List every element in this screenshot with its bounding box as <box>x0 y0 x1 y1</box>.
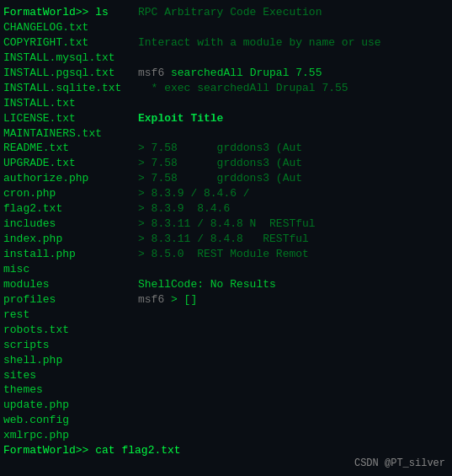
right-exploit-title: Exploit Title <box>138 111 449 126</box>
blank-1 <box>3 458 131 473</box>
file-xmlrpc: xmlrpc.php <box>3 428 131 443</box>
file-index: index.php <box>3 232 131 247</box>
right-exploit-2: > 7.58 grddons3 (Aut <box>138 156 449 171</box>
watermark: CSDN @PT_silver <box>354 457 445 469</box>
right-exploit-5: > 8.3.9 8.4.6 <box>138 201 449 217</box>
dir-sites: sites <box>3 368 131 383</box>
right-panel: RPC Arbitrary Code Execution Interact wi… <box>135 3 452 473</box>
file-webconfig: web.config <box>3 413 131 428</box>
file-install-php: install.php <box>3 247 131 262</box>
dir-rest: rest <box>3 308 131 323</box>
file-upgrade: UPGRADE.txt <box>3 156 131 171</box>
dir-misc: misc <box>3 262 131 277</box>
dir-includes: includes <box>3 217 131 232</box>
right-blank-1 <box>138 20 449 35</box>
right-exploit-6: > 8.3.11 / 8.4.8 N RESTful <box>138 217 449 232</box>
right-exec: * exec searchedAll Drupal 7.55 <box>138 81 449 96</box>
right-blank-5 <box>138 262 449 277</box>
right-shellcode: ShellCode: No Results <box>138 277 449 292</box>
dir-profiles: profiles <box>3 292 131 308</box>
right-blank-4 <box>138 126 449 142</box>
file-update: update.php <box>3 398 131 413</box>
right-exploit-4: > 8.3.9 / 8.4.6 / <box>138 186 449 201</box>
file-install-sqlite: INSTALL.sqlite.txt <box>3 81 131 96</box>
right-line-2: Interact with a module by name or use <box>138 35 449 51</box>
file-authorize: authorize.php <box>3 171 131 186</box>
left-panel: FormatWorld>> ls CHANGELOG.txt COPYRIGHT… <box>0 3 135 473</box>
file-maintainers: MAINTAINERS.txt <box>3 126 131 142</box>
file-readme: README.txt <box>3 141 131 156</box>
cmd-cat: FormatWorld>> cat flag2.txt <box>3 443 131 458</box>
right-msf6: msf6 > [] <box>138 292 449 308</box>
right-blank-3 <box>138 96 449 111</box>
dir-themes: themes <box>3 382 131 398</box>
right-msf-search: msf6 searchedAll Drupal 7.55 <box>138 66 449 81</box>
right-blank-2 <box>138 51 449 66</box>
right-exploit-7: > 8.3.11 / 8.4.8 RESTful <box>138 232 449 247</box>
file-robots: robots.txt <box>3 323 131 338</box>
right-exploit-1: > 7.58 grddons3 (Aut <box>138 141 449 156</box>
file-changelog: CHANGELOG.txt <box>3 20 131 35</box>
file-shell: shell.php <box>3 353 131 368</box>
file-install-mysql: INSTALL.mysql.txt <box>3 51 131 66</box>
dir-scripts: scripts <box>3 338 131 353</box>
file-license: LICENSE.txt <box>3 111 131 126</box>
dir-modules: modules <box>3 277 131 292</box>
file-install: INSTALL.txt <box>3 96 131 111</box>
file-copyright: COPYRIGHT.txt <box>3 35 131 51</box>
cmd-ls: FormatWorld>> ls <box>3 5 131 20</box>
right-line-1: RPC Arbitrary Code Execution <box>138 5 449 20</box>
terminal-window: FormatWorld>> ls CHANGELOG.txt COPYRIGHT… <box>0 0 452 476</box>
right-exploit-3: > 7.58 grddons3 (Aut <box>138 171 449 186</box>
file-flag2: flag2.txt <box>3 201 131 217</box>
right-exploit-8: > 8.5.0 REST Module Remot <box>138 247 449 262</box>
file-install-pgsql: INSTALL.pgsql.txt <box>3 66 131 81</box>
file-cron: cron.php <box>3 186 131 201</box>
